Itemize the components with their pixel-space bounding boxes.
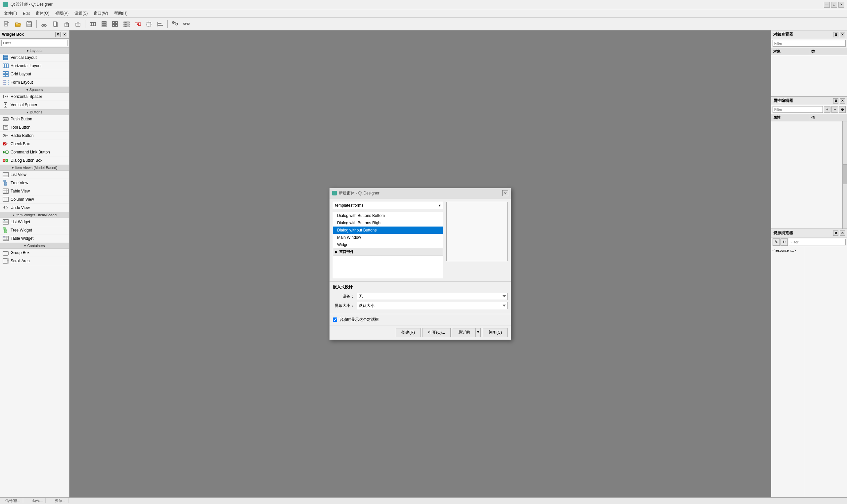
- widget-box-close[interactable]: ✕: [62, 32, 67, 37]
- widget-group-box[interactable]: Grop Group Box: [0, 249, 69, 257]
- create-button[interactable]: 创建(R): [396, 328, 421, 337]
- widget-vertical-spacer[interactable]: Vertical Spacer: [0, 101, 69, 109]
- toolbar-layout-v[interactable]: [99, 19, 109, 29]
- category-buttons[interactable]: ▾ Buttons: [0, 109, 69, 115]
- object-inspector-content[interactable]: [771, 55, 847, 96]
- toolbar-align-left[interactable]: [155, 19, 165, 29]
- widget-tool-button[interactable]: Tool Button: [0, 123, 69, 132]
- widget-horizontal-layout[interactable]: Horizontal Layout: [0, 62, 69, 70]
- status-signals[interactable]: 信号/槽...: [3, 498, 23, 503]
- property-editor-filter-input[interactable]: [773, 106, 823, 113]
- menu-settings[interactable]: 设置(S): [72, 10, 90, 17]
- device-select[interactable]: 无: [357, 293, 508, 300]
- template-list[interactable]: Dialog with Buttons Bottom Dialog with B…: [333, 212, 443, 278]
- property-remove-btn[interactable]: −: [831, 106, 838, 113]
- open-button[interactable]: 打开(O)...: [423, 328, 451, 337]
- toolbar-delete[interactable]: [72, 19, 83, 29]
- resource-browser-controls[interactable]: ⧉ ✕: [833, 231, 845, 236]
- menu-help[interactable]: 帮助(H): [111, 10, 130, 17]
- resource-tree[interactable]: <resource r...>: [771, 247, 804, 497]
- menu-form[interactable]: 窗体(O): [33, 10, 52, 17]
- toolbar-tab-order[interactable]: 12: [170, 19, 180, 29]
- template-dialog-buttons-bottom[interactable]: Dialog with Buttons Bottom: [333, 212, 443, 219]
- template-dialog-buttons-right[interactable]: Dialog with Buttons Right: [333, 219, 443, 227]
- menu-edit[interactable]: Edit: [20, 11, 32, 17]
- object-inspector-filter-input[interactable]: [773, 40, 846, 47]
- property-config-btn[interactable]: ⚙: [839, 106, 846, 113]
- template-section-window-parts[interactable]: ▶ 窗口部件: [333, 248, 443, 256]
- close-button[interactable]: ✕: [839, 2, 844, 7]
- widget-box-filter-input[interactable]: [1, 40, 68, 46]
- resource-browser-close[interactable]: ✕: [840, 231, 845, 236]
- title-bar-controls[interactable]: — □ ✕: [824, 2, 844, 7]
- toolbar-save[interactable]: [24, 19, 34, 29]
- widget-push-button[interactable]: OK Push Button: [0, 115, 69, 123]
- toolbar-adjust-size[interactable]: [144, 19, 154, 29]
- toolbar-layout-form[interactable]: [121, 19, 132, 29]
- widget-check-box[interactable]: Check Box: [0, 140, 69, 148]
- property-editor-controls[interactable]: ⧉ ✕: [833, 98, 845, 104]
- toolbar-layout-h[interactable]: [87, 19, 98, 29]
- widget-form-layout[interactable]: Form Layout: [0, 78, 69, 87]
- property-editor-content[interactable]: [771, 121, 847, 229]
- object-inspector-float[interactable]: ⧉: [833, 32, 839, 37]
- widget-column-view[interactable]: Column View: [0, 195, 69, 204]
- widget-command-link[interactable]: Command Link Button: [0, 148, 69, 157]
- template-main-window[interactable]: Main Window: [333, 234, 443, 241]
- category-item-widgets[interactable]: ▾ Item Widget...Item-Based: [0, 212, 69, 218]
- show-dialog-checkbox[interactable]: [333, 318, 337, 322]
- toolbar-copy[interactable]: [50, 19, 60, 29]
- close-button[interactable]: 关闭(C): [483, 328, 508, 337]
- menu-window[interactable]: 窗口(W): [91, 10, 110, 17]
- widget-undo-view[interactable]: Undo View: [0, 204, 69, 212]
- canvas-area[interactable]: 新建窗体 - Qt Designer ✕ templates\forms ▾: [70, 31, 771, 498]
- recent-button[interactable]: 最近的: [453, 328, 476, 337]
- widget-vertical-layout[interactable]: Vertical Layout: [0, 54, 69, 62]
- widget-table-widget[interactable]: Table Widget: [0, 234, 69, 243]
- category-spacers[interactable]: ▾ Spacers: [0, 87, 69, 93]
- resource-tree-item[interactable]: <resource r...>: [773, 248, 796, 252]
- resource-reload-btn[interactable]: ↻: [780, 238, 788, 246]
- recent-dropdown-arrow[interactable]: ▾: [476, 328, 481, 337]
- toolbar-open[interactable]: [13, 19, 23, 29]
- toolbar-cut[interactable]: [39, 19, 49, 29]
- widget-list-widget[interactable]: List Widget: [0, 218, 69, 226]
- template-widget[interactable]: Widget: [333, 241, 443, 248]
- dialog-close-button[interactable]: ✕: [502, 190, 508, 196]
- resource-filter-input[interactable]: [789, 239, 846, 246]
- property-editor-close[interactable]: ✕: [840, 98, 845, 104]
- category-containers[interactable]: ▾ Containers: [0, 243, 69, 249]
- widget-table-view[interactable]: Table View: [0, 187, 69, 195]
- widget-horizontal-spacer[interactable]: Horizontal Spacer: [0, 93, 69, 101]
- toolbar-layout-grid[interactable]: [110, 19, 120, 29]
- widget-radio-button[interactable]: Radio Button: [0, 132, 69, 140]
- status-actions[interactable]: 动作...: [30, 498, 46, 503]
- widget-tree-view[interactable]: Tree View: [0, 179, 69, 187]
- screen-select[interactable]: 默认大小: [357, 302, 508, 309]
- show-dialog-label[interactable]: 启动时显示这个对话框: [339, 317, 379, 322]
- widget-scroll-area[interactable]: Scroll Area: [0, 257, 69, 265]
- menu-file[interactable]: 文件(F): [1, 10, 19, 17]
- property-editor-scrollbar-thumb[interactable]: [843, 164, 847, 184]
- widget-tree-widget[interactable]: Tree Widget: [0, 226, 69, 234]
- property-editor-scrollbar[interactable]: [842, 121, 847, 229]
- widget-box-controls[interactable]: ⧉ ✕: [55, 32, 67, 37]
- widget-list-view[interactable]: List View: [0, 170, 69, 179]
- toolbar-break-layout[interactable]: [133, 19, 143, 29]
- widget-grid-layout[interactable]: Grid Layout: [0, 70, 69, 78]
- widget-dialog-button-box[interactable]: OK✕ Dialog Button Box: [0, 157, 69, 165]
- toolbar-paste[interactable]: [61, 19, 72, 29]
- resource-detail[interactable]: [804, 247, 847, 497]
- menu-view[interactable]: 视图(V): [53, 10, 71, 17]
- maximize-button[interactable]: □: [831, 2, 837, 7]
- object-inspector-close[interactable]: ✕: [840, 32, 845, 37]
- template-dropdown[interactable]: templates\forms ▾: [333, 202, 443, 209]
- resource-browser-float[interactable]: ⧉: [833, 231, 839, 236]
- toolbar-new[interactable]: [1, 19, 12, 29]
- toolbar-buddy[interactable]: [181, 19, 192, 29]
- widget-box-float[interactable]: ⧉: [55, 32, 60, 37]
- minimize-button[interactable]: —: [824, 2, 830, 7]
- property-add-btn[interactable]: +: [824, 106, 830, 113]
- template-dialog-without-buttons[interactable]: Dialog without Buttons: [333, 227, 443, 234]
- category-item-views[interactable]: ▾ Item Views (Model-Based): [0, 165, 69, 170]
